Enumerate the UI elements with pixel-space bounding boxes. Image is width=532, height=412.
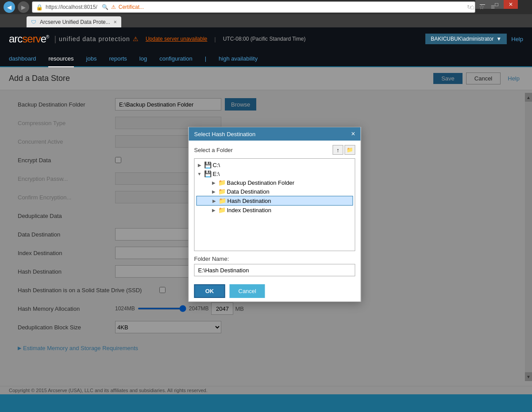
folder-icon-hash: 📁 [219, 197, 226, 204]
select-hash-dialog: Select Hash Destination × Select a Folde… [189, 127, 361, 302]
nav-reports[interactable]: reports [109, 51, 127, 66]
cert-label: Certificat... [119, 4, 144, 10]
win-close-btn[interactable]: ✕ [504, 0, 518, 9]
dialog-cancel-btn[interactable]: Cancel [230, 284, 265, 298]
select-folder-label: Select a Folder [194, 147, 233, 153]
nav-separator: | [205, 51, 206, 66]
tree-item-index-dest[interactable]: ▶ 📁 Index Destination [197, 206, 353, 214]
tree-label-backup: Backup Destination Folder [227, 179, 294, 186]
nav-log[interactable]: log [139, 51, 147, 66]
nav-dashboard[interactable]: dashboard [9, 51, 36, 66]
tree-label-data: Data Destination [227, 188, 270, 195]
product-subtitle: | unified data protection ⚠ [54, 34, 138, 44]
expand-icon-e[interactable]: ▼ [197, 172, 203, 176]
dropdown-arrow-icon: ▼ [496, 36, 501, 42]
tree-label-e: E:\ [213, 171, 220, 177]
drive-icon-e: 💾 [204, 170, 212, 177]
expand-icon-data[interactable]: ▶ [211, 189, 217, 194]
menu-icon[interactable]: ≡ [491, 3, 495, 11]
tab-label: Arcserve Unified Data Prote... [40, 19, 110, 25]
tree-label-index: Index Destination [227, 207, 271, 214]
address-secure-icon: 🔒 [36, 4, 43, 11]
logo-text: arcserve® [9, 34, 49, 44]
address-text: https://localhost:8015/ [46, 4, 97, 10]
tree-label-hash: Hash Destination [227, 198, 271, 204]
tree-item-backup-dest[interactable]: ▶ 📁 Backup Destination Folder [197, 178, 353, 187]
drive-icon-c: 💾 [204, 161, 212, 168]
tree-item-c-drive[interactable]: ▶ 💾 C:\ [197, 160, 353, 169]
cert-warning-icon: ⚠ [111, 4, 116, 10]
folder-name-input[interactable] [194, 264, 355, 276]
user-label: BAKICUBUK\administrator [431, 36, 493, 42]
nav-forward-btn[interactable]: ▶ [18, 1, 29, 13]
divider: | [214, 36, 216, 42]
tab-close-btn[interactable]: × [114, 19, 117, 25]
dialog-titlebar: Select Hash Destination × [189, 127, 361, 141]
nav-resources[interactable]: resources [48, 51, 73, 67]
tree-item-data-dest[interactable]: ▶ 📁 Data Destination [197, 187, 353, 196]
home-icon[interactable]: ⌂ [470, 3, 474, 11]
folder-tree: ▶ 💾 C:\ ▼ 💾 E:\ ▶ 📁 Backup Destination F… [194, 158, 355, 251]
update-warning-icon: ⚠ [133, 35, 139, 42]
timezone-display: UTC-08:00 (Pacific Standard Time) [223, 36, 306, 42]
new-folder-btn[interactable]: 📁 [345, 145, 355, 155]
expand-icon-index[interactable]: ▶ [211, 208, 217, 213]
address-bar[interactable]: 🔒 https://localhost:8015/ 🔍 ⚠ Certificat… [32, 1, 475, 13]
expand-icon-c[interactable]: ▶ [197, 163, 203, 168]
dialog-ok-btn[interactable]: OK [194, 284, 225, 298]
nav-jobs[interactable]: jobs [86, 51, 97, 66]
user-dropdown-btn[interactable]: BAKICUBUK\administrator ▼ [425, 34, 507, 44]
expand-icon-backup[interactable]: ▶ [211, 180, 217, 185]
nav-high-availability[interactable]: high availability [219, 51, 258, 66]
tab-icon: 🛡 [31, 19, 36, 25]
search-icon: 🔍 [102, 4, 108, 10]
header-help-btn[interactable]: Help [511, 36, 523, 42]
folder-icon-index: 📁 [218, 206, 226, 214]
dialog-close-btn[interactable]: × [351, 130, 355, 137]
star-icon[interactable]: ☆ [479, 4, 485, 11]
nav-back-btn[interactable]: ◀ [4, 1, 15, 13]
folder-icon-backup: 📁 [218, 179, 226, 186]
browser-tab[interactable]: 🛡 Arcserve Unified Data Prote... × [27, 16, 121, 27]
folder-up-btn[interactable]: ↑ [333, 145, 343, 155]
logo-area: arcserve® | unified data protection ⚠ [9, 34, 139, 44]
update-status-link[interactable]: Update server unavailable [146, 36, 207, 42]
folder-icon-data: 📁 [218, 188, 226, 195]
tree-label-c: C:\ [213, 162, 220, 168]
expand-icon-hash[interactable]: ▶ [211, 198, 217, 203]
folder-name-label: Folder Name: [194, 256, 355, 262]
dialog-title: Select Hash Destination [194, 131, 256, 137]
tree-item-e-drive[interactable]: ▼ 💾 E:\ [197, 169, 353, 178]
tree-item-hash-dest[interactable]: ▶ 📁 Hash Destination [197, 196, 353, 206]
nav-configuration[interactable]: configuration [159, 51, 192, 66]
